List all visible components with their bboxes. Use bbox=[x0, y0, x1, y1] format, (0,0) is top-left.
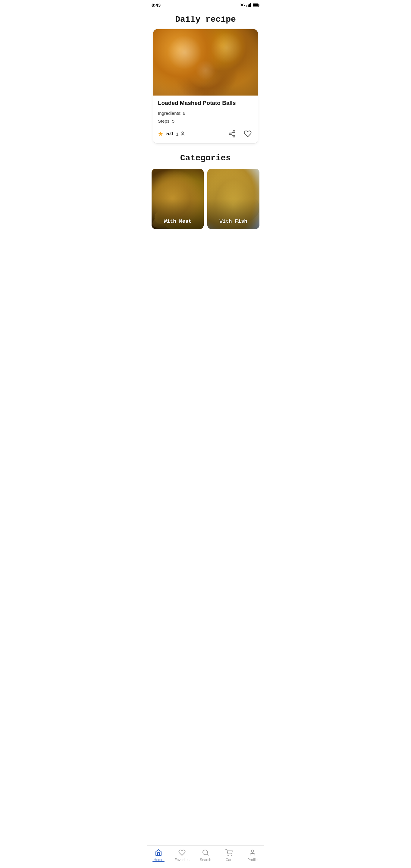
svg-rect-6 bbox=[253, 4, 258, 6]
star-icon: ★ bbox=[158, 130, 163, 137]
svg-rect-3 bbox=[250, 3, 251, 7]
recipe-title: Loaded Mashed Potato Balls bbox=[158, 100, 253, 106]
person-icon bbox=[180, 131, 185, 136]
svg-point-25 bbox=[195, 53, 201, 54]
category-card-meat[interactable]: With Meat bbox=[152, 169, 204, 229]
svg-point-21 bbox=[168, 68, 170, 72]
rating-value: 5.0 bbox=[166, 131, 173, 136]
svg-point-22 bbox=[237, 58, 240, 61]
steps-label: Steps: bbox=[158, 119, 171, 124]
svg-point-23 bbox=[198, 47, 207, 50]
rating-section: ★ 5.0 1 bbox=[158, 130, 185, 137]
svg-point-9 bbox=[196, 45, 202, 51]
steps-info: Steps: 5 bbox=[158, 117, 253, 125]
svg-point-19 bbox=[215, 50, 217, 53]
svg-point-17 bbox=[195, 44, 198, 48]
status-time: 8:43 bbox=[152, 2, 161, 7]
share-button[interactable] bbox=[227, 128, 238, 139]
signal-icon bbox=[247, 3, 251, 7]
svg-line-33 bbox=[231, 134, 233, 135]
svg-rect-2 bbox=[249, 4, 250, 7]
svg-point-27 bbox=[169, 69, 176, 71]
svg-point-14 bbox=[174, 73, 204, 96]
recipe-card[interactable]: Loaded Mashed Potato Balls Ingredients: … bbox=[153, 29, 258, 144]
category-label-fish: With Fish bbox=[207, 218, 259, 224]
share-icon bbox=[228, 130, 236, 138]
ingredients-info: Ingredients: 6 bbox=[158, 110, 253, 117]
svg-point-20 bbox=[175, 60, 178, 64]
svg-point-29 bbox=[182, 132, 184, 133]
favorite-button[interactable] bbox=[242, 128, 253, 139]
svg-rect-5 bbox=[259, 4, 259, 6]
svg-point-11 bbox=[167, 60, 173, 66]
ingredients-count: 6 bbox=[183, 111, 185, 116]
status-icons: 3G bbox=[240, 3, 259, 7]
recipe-info: Loaded Mashed Potato Balls Ingredients: … bbox=[153, 96, 258, 144]
action-icons bbox=[227, 128, 253, 139]
battery-icon bbox=[253, 3, 259, 7]
svg-point-15 bbox=[214, 72, 245, 96]
svg-point-28 bbox=[236, 60, 244, 64]
svg-point-16 bbox=[153, 37, 172, 66]
svg-point-18 bbox=[207, 42, 210, 46]
svg-point-13 bbox=[229, 57, 234, 63]
categories-title: Categories bbox=[147, 151, 264, 169]
page-title: Daily recipe bbox=[147, 9, 264, 29]
svg-point-8 bbox=[185, 33, 226, 74]
svg-rect-0 bbox=[247, 5, 247, 7]
reviewer-count: 1 bbox=[176, 131, 185, 136]
categories-grid: With Meat bbox=[147, 169, 264, 229]
svg-point-10 bbox=[157, 50, 194, 87]
reviewer-number: 1 bbox=[176, 131, 179, 136]
svg-line-34 bbox=[231, 132, 233, 133]
category-label-meat: With Meat bbox=[152, 218, 204, 224]
recipe-meta: Ingredients: 6 Steps: 5 bbox=[158, 110, 253, 125]
recipe-image bbox=[153, 29, 258, 96]
svg-point-24 bbox=[207, 50, 214, 53]
svg-rect-1 bbox=[248, 4, 249, 7]
status-bar: 8:43 3G bbox=[147, 0, 264, 9]
recipe-footer: ★ 5.0 1 bbox=[158, 128, 253, 139]
recipe-image-art bbox=[153, 29, 258, 96]
svg-rect-7 bbox=[153, 29, 258, 96]
category-card-fish[interactable]: With Fish bbox=[207, 169, 259, 229]
network-icon: 3G bbox=[240, 3, 245, 7]
svg-point-12 bbox=[219, 47, 255, 84]
svg-point-26 bbox=[176, 64, 184, 67]
main-content: Daily recipe bbox=[147, 9, 264, 253]
heart-icon bbox=[244, 130, 252, 138]
steps-count: 5 bbox=[172, 119, 175, 124]
ingredients-label: Ingredients: bbox=[158, 111, 181, 116]
